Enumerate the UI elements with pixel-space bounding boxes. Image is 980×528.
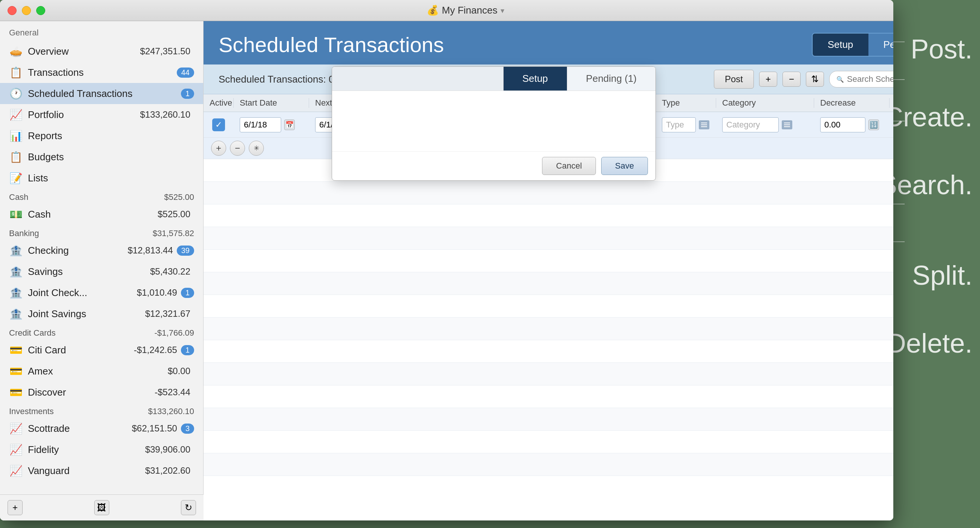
discover-icon: 💳 [9, 386, 22, 399]
sidebar-item-discover[interactable]: 💳 Discover -$523.44 [0, 382, 203, 403]
popup-tab-pending[interactable]: Pending (1) [567, 67, 655, 91]
annotation-create: Create. [883, 98, 972, 136]
cell-decrease[interactable]: 🔢 [814, 117, 889, 132]
empty-row [204, 272, 893, 295]
decrease-input[interactable] [820, 117, 865, 132]
joint-savings-label: Joint Savings [28, 308, 145, 320]
remove-button[interactable]: − [783, 72, 800, 87]
annotation-delete: Delete. [886, 324, 972, 362]
credit-label: Credit Cards [9, 328, 56, 338]
window-title: 💰 My Finances ▾ [45, 5, 886, 16]
sidebar-overview-value: $247,351.50 [140, 46, 190, 57]
sidebar-portfolio-label: Portfolio [28, 109, 140, 121]
col-header-type: Type [656, 98, 716, 108]
citicard-label: Citi Card [28, 345, 134, 356]
sidebar-item-overview[interactable]: 🥧 Overview $247,351.50 [0, 41, 203, 62]
empty-row [204, 386, 893, 408]
empty-rows [204, 159, 893, 476]
annotation-split: Split. [912, 257, 972, 295]
scottrade-value: $62,151.50 [132, 423, 177, 434]
start-date-input[interactable] [240, 117, 281, 132]
minimize-button[interactable] [22, 6, 31, 15]
col-header-decrease: Decrease [814, 98, 889, 108]
scheduled-icon: 🕐 [9, 87, 22, 100]
discover-value: -$523.44 [154, 387, 190, 397]
sidebar-item-transactions[interactable]: 📋 Transactions 44 [0, 62, 203, 83]
empty-row [204, 182, 893, 204]
empty-row [204, 250, 893, 272]
cell-category[interactable] [716, 117, 814, 132]
empty-row [204, 340, 893, 363]
sidebar: General 🥧 Overview $247,351.50 📋 Transac… [0, 21, 204, 520]
add-row-button[interactable]: + [211, 141, 226, 156]
sidebar-item-savings[interactable]: 🏦 Savings $5,430.22 [0, 261, 203, 282]
sidebar-item-fidelity[interactable]: 📈 Fidelity $39,906.00 [0, 439, 203, 460]
sidebar-item-lists[interactable]: 📝 Lists [0, 167, 203, 188]
active-checkbox[interactable]: ✓ [212, 118, 225, 131]
type-input[interactable] [662, 117, 696, 132]
overview-icon: 🥧 [9, 45, 22, 58]
sidebar-item-joint-savings[interactable]: 🏦 Joint Savings $12,321.67 [0, 303, 203, 324]
category-menu-icon[interactable] [782, 120, 792, 129]
sidebar-reports-label: Reports [28, 130, 194, 142]
app-window: 💰 My Finances ▾ General 🥧 Overview $247,… [0, 0, 893, 520]
sidebar-item-portfolio[interactable]: 📈 Portfolio $133,260.10 [0, 104, 203, 125]
joint-savings-value: $12,321.67 [145, 308, 190, 319]
sidebar-general-header: General [0, 21, 203, 41]
scottrade-icon: 📈 [9, 422, 22, 435]
sidebar-item-citicard[interactable]: 💳 Citi Card -$1,242.65 1 [0, 340, 203, 361]
cash-label: Cash [9, 192, 28, 202]
tab-pending[interactable]: Pending (1) [869, 33, 893, 56]
col-header-category: Category [716, 98, 814, 108]
add-button[interactable]: + [759, 72, 777, 87]
window-title-icon: 💰 [427, 5, 439, 16]
sidebar-scheduled-label: Scheduled Transactions [28, 88, 181, 100]
sidebar-item-amex[interactable]: 💳 Amex $0.00 [0, 361, 203, 382]
sidebar-item-reports[interactable]: 📊 Reports [0, 125, 203, 146]
cell-increase[interactable]: 🔢 [889, 117, 893, 132]
remove-row-button[interactable]: − [230, 141, 245, 156]
search-input[interactable] [847, 74, 893, 84]
checking-label: Checking [28, 245, 128, 257]
sidebar-refresh-button[interactable]: ↻ [181, 500, 196, 515]
cash-account-label: Cash [28, 209, 158, 220]
popup-tabs: Setup Pending (1) [504, 67, 655, 91]
sidebar-image-button[interactable]: 🖼 [94, 500, 109, 515]
category-input[interactable] [722, 117, 779, 132]
sidebar-item-checking[interactable]: 🏦 Checking $12,813.44 39 [0, 240, 203, 261]
sidebar-item-scottrade[interactable]: 📈 Scottrade $62,151.50 3 [0, 418, 203, 439]
maximize-button[interactable] [36, 6, 45, 15]
vanguard-label: Vanguard [28, 465, 145, 477]
start-date-calendar-icon[interactable]: 📅 [284, 120, 295, 130]
banking-group-header: Banking $31,575.82 [0, 225, 203, 240]
sidebar-item-scheduled[interactable]: 🕐 Scheduled Transactions 1 [0, 83, 203, 104]
sidebar-item-budgets[interactable]: 📋 Budgets [0, 146, 203, 167]
close-button[interactable] [8, 6, 17, 15]
cash-total: $525.00 [164, 192, 194, 202]
credit-group-header: Credit Cards -$1,766.09 [0, 324, 203, 340]
main-content: Scheduled Transactions Setup Pending (1)… [204, 21, 893, 520]
sidebar-add-button[interactable]: + [8, 500, 22, 515]
transfer-button[interactable]: ⇅ [806, 72, 824, 87]
popup-tab-setup[interactable]: Setup [504, 67, 567, 91]
empty-row [204, 363, 893, 386]
popup-actions: Cancel Save [332, 151, 655, 180]
sidebar-item-cash[interactable]: 💵 Cash $525.00 [0, 204, 203, 225]
amex-label: Amex [28, 365, 168, 377]
sidebar-item-vanguard[interactable]: 📈 Vanguard $31,202.60 [0, 460, 203, 481]
post-button[interactable]: Post [714, 70, 754, 89]
cancel-button[interactable]: Cancel [542, 157, 595, 175]
split-row-button[interactable]: ✳ [249, 141, 264, 156]
cell-start-date[interactable]: 📅 [234, 117, 309, 132]
save-button[interactable]: Save [601, 157, 648, 175]
tab-setup[interactable]: Setup [813, 33, 869, 56]
sidebar-transactions-label: Transactions [28, 67, 177, 78]
cell-active[interactable]: ✓ [204, 118, 234, 131]
type-menu-icon[interactable] [699, 120, 710, 129]
decrease-calc-icon[interactable]: 🔢 [869, 120, 879, 130]
cell-type[interactable] [656, 117, 716, 132]
col-header-start: Start Date [234, 98, 309, 108]
scottrade-badge: 3 [181, 424, 194, 434]
popup-overlay: Setup Pending (1) Cancel Save [332, 66, 656, 181]
sidebar-item-joint-check[interactable]: 🏦 Joint Check... $1,010.49 1 [0, 282, 203, 303]
